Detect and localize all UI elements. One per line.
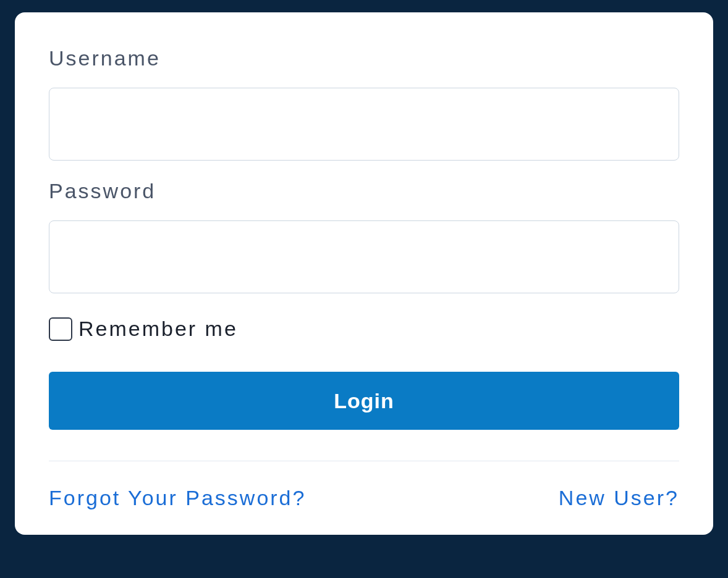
divider (49, 461, 679, 461)
remember-checkbox[interactable] (49, 317, 72, 341)
remember-label[interactable]: Remember me (78, 317, 238, 341)
password-input[interactable] (49, 220, 679, 293)
username-input[interactable] (49, 88, 679, 161)
links-row: Forgot Your Password? New User? (49, 486, 679, 510)
remember-row: Remember me (49, 317, 679, 341)
login-button[interactable]: Login (49, 372, 679, 430)
login-card: Username Password Remember me Login Forg… (15, 12, 713, 535)
username-field-group: Username (49, 46, 679, 161)
new-user-link[interactable]: New User? (559, 486, 679, 510)
forgot-password-link[interactable]: Forgot Your Password? (49, 486, 306, 510)
username-label: Username (49, 46, 679, 70)
password-field-group: Password (49, 179, 679, 293)
password-label: Password (49, 179, 679, 203)
